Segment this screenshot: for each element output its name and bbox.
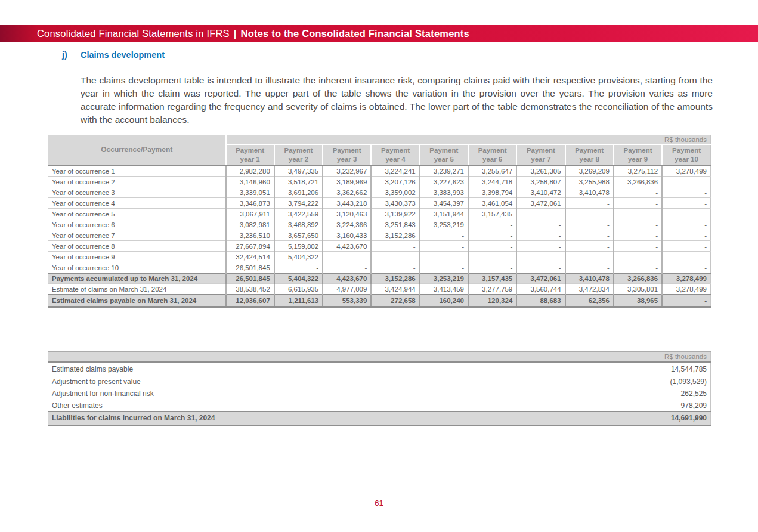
claims-cell: 27,667,894 [226, 241, 274, 252]
claims-cell: - [662, 177, 710, 187]
claims-cell: 4,423,670 [323, 241, 371, 252]
claims-row-label: Year of occurrence 7 [48, 230, 226, 241]
claims-table-head: Occurrence/PaymentR$ thousandsPayment ye… [48, 135, 711, 166]
claims-cell: 3,410,478 [565, 187, 614, 198]
claims-table-body: Year of occurrence 12,982,2803,497,3353,… [48, 166, 711, 307]
claims-summary-cell: 38,965 [614, 295, 662, 307]
claims-cell: - [468, 230, 516, 241]
claims-cell: 3,794,222 [274, 198, 323, 209]
claims-cell: - [662, 252, 710, 262]
claims-cell: 3,160,433 [323, 230, 371, 241]
claims-row-label: Year of occurrence 1 [48, 166, 226, 177]
claims-summary-cell: 3,472,061 [516, 273, 565, 284]
claims-summary-label: Estimated claims payable on March 31, 20… [48, 295, 226, 307]
claims-cell: 3,253,219 [420, 219, 468, 230]
claims-row-label: Year of occurrence 9 [48, 252, 226, 262]
claims-cell: - [614, 241, 662, 252]
claims-row: Year of occurrence 1026,501,845--------- [48, 262, 711, 273]
claims-cell: - [420, 241, 468, 252]
claims-cell: - [662, 209, 710, 219]
claims-cell: 3,067,911 [226, 209, 274, 219]
claims-cell: 3,266,836 [614, 177, 662, 187]
document-page: Consolidated Financial Statements in IFR… [0, 0, 758, 532]
claims-summary-cell: 3,277,759 [468, 284, 516, 295]
claims-summary-cell: 6,615,935 [274, 284, 323, 295]
claims-summary-cell: 160,240 [420, 295, 468, 307]
claims-column-header: Payment year 5 [420, 144, 468, 166]
claims-cell: - [323, 252, 371, 262]
claims-cell: - [565, 219, 614, 230]
claims-cell: 3,518,721 [274, 177, 323, 187]
recon-row-label: Other estimates [48, 400, 549, 412]
recon-row-value: 262,525 [549, 388, 711, 400]
claims-cell: 3,120,463 [323, 209, 371, 219]
claims-summary-cell: 88,683 [516, 295, 565, 307]
section-title: Claims development [81, 50, 165, 60]
claims-summary-cell: 5,404,322 [274, 273, 323, 284]
claims-summary-row: Estimated claims payable on March 31, 20… [48, 295, 711, 307]
claims-summary-cell: 1,211,613 [274, 295, 323, 307]
claims-cell: 3,383,993 [420, 187, 468, 198]
claims-cell: 3,258,807 [516, 177, 565, 187]
claims-summary-cell: 26,501,845 [226, 273, 274, 284]
claims-cell: 3,657,650 [274, 230, 323, 241]
claims-row: Year of occurrence 53,067,9113,422,5593,… [48, 209, 711, 219]
claims-column-header: Payment year 4 [371, 144, 419, 166]
claims-cell: - [565, 209, 614, 219]
claims-cell: 3,346,873 [226, 198, 274, 209]
claims-cell: - [468, 252, 516, 262]
claims-row-label: Year of occurrence 10 [48, 262, 226, 273]
claims-cell: - [420, 230, 468, 241]
recon-row-label: Adjustment for non-financial risk [48, 388, 549, 400]
claims-cell: 3,152,286 [371, 230, 419, 241]
claims-cell: - [420, 262, 468, 273]
recon-table-body: Estimated claims payable14,544,785Adjust… [48, 362, 711, 425]
claims-cell: - [614, 219, 662, 230]
claims-cell: 3,497,335 [274, 166, 323, 177]
claims-cell: 3,224,241 [371, 166, 419, 177]
claims-cell: 3,244,718 [468, 177, 516, 187]
claims-cell: 3,139,922 [371, 209, 419, 219]
claims-cell: - [516, 230, 565, 241]
claims-cell: - [565, 262, 614, 273]
claims-cell: - [614, 198, 662, 209]
header-banner: Consolidated Financial Statements in IFR… [0, 25, 758, 42]
claims-cell: - [662, 230, 710, 241]
claims-row-label: Year of occurrence 5 [48, 209, 226, 219]
claims-column-header: Payment year 10 [662, 144, 710, 166]
claims-row: Year of occurrence 23,146,9603,518,7213,… [48, 177, 711, 187]
claims-cell: - [468, 241, 516, 252]
claims-cell: - [516, 262, 565, 273]
claims-summary-cell: 3,472,834 [565, 284, 614, 295]
section-heading: j) Claims development [62, 50, 165, 60]
claims-cell: - [516, 219, 565, 230]
claims-summary-cell: 3,424,944 [371, 284, 419, 295]
recon-table-head: R$ thousands [48, 351, 711, 362]
claims-summary-cell: 12,036,607 [226, 295, 274, 307]
claims-cell: - [662, 262, 710, 273]
claims-header-row-units: Occurrence/PaymentR$ thousands [48, 135, 711, 144]
claims-cell: - [614, 252, 662, 262]
claims-cell: 32,424,514 [226, 252, 274, 262]
claims-cell: 3,251,843 [371, 219, 419, 230]
claims-cell: 3,157,435 [468, 209, 516, 219]
claims-cell: 3,236,510 [226, 230, 274, 241]
claims-summary-cell: 3,305,801 [614, 284, 662, 295]
claims-cell: 5,159,802 [274, 241, 323, 252]
claims-summary-cell: 3,266,836 [614, 273, 662, 284]
claims-row: Year of occurrence 63,082,9813,468,8923,… [48, 219, 711, 230]
claims-summary-cell: 3,560,744 [516, 284, 565, 295]
claims-column-header: Payment year 1 [226, 144, 274, 166]
claims-row-label: Year of occurrence 3 [48, 187, 226, 198]
claims-cell: - [274, 262, 323, 273]
claims-row-label: Year of occurrence 6 [48, 219, 226, 230]
claims-summary-cell: 3,253,219 [420, 273, 468, 284]
claims-cell: 3,239,271 [420, 166, 468, 177]
claims-row: Year of occurrence 932,424,5145,404,322-… [48, 252, 711, 262]
claims-cell: 3,430,373 [371, 198, 419, 209]
claims-cell: 3,082,981 [226, 219, 274, 230]
claims-summary-row: Estimate of claims on March 31, 202438,5… [48, 284, 711, 295]
recon-units-label: R$ thousands [48, 351, 711, 362]
claims-cell: 3,224,366 [323, 219, 371, 230]
reconciliation-table: R$ thousands Estimated claims payable14,… [48, 351, 711, 426]
